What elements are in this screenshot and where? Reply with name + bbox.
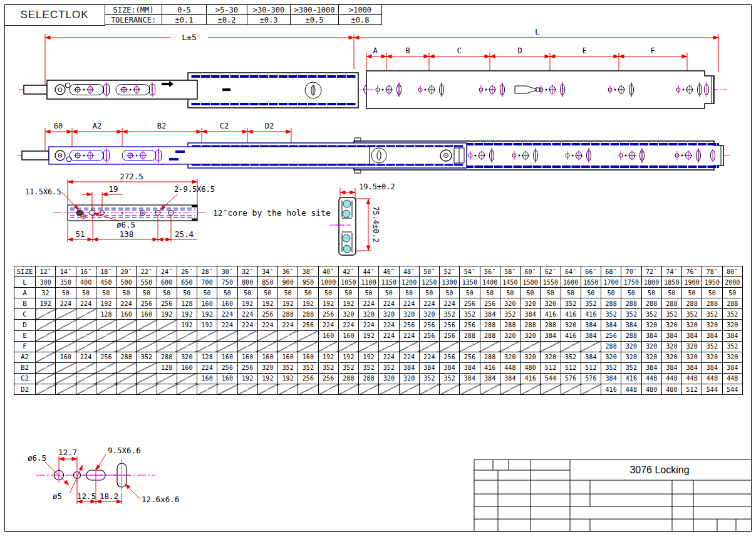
table-cell: 50: [460, 288, 480, 298]
table-cell: 224: [359, 298, 379, 309]
table-cell-empty: [338, 384, 358, 395]
table-cell: 224: [359, 320, 379, 330]
table-cell: 224: [257, 320, 277, 330]
table-cell-empty: [56, 309, 76, 320]
table-cell: 256: [318, 373, 338, 384]
table-cell: 224: [379, 320, 399, 330]
table-cell-empty: [56, 320, 76, 330]
table-cell-empty: [137, 341, 157, 352]
table-cell: 160: [197, 298, 217, 309]
table-cell: 288: [500, 320, 520, 330]
tolerance-value: ±0.2: [207, 15, 247, 25]
table-cell: 352: [298, 362, 318, 373]
table-cell: 192: [177, 320, 197, 330]
table-cell: 50: [137, 288, 157, 298]
table-column-header: 48″: [399, 266, 419, 277]
table-column-header: 78″: [702, 266, 722, 277]
table-row: F288320320320320352352: [14, 341, 743, 352]
table-cell-empty: [480, 341, 500, 352]
size-table: SIZE12″14″16″18″20″22″24″26″28″30″32″34″…: [14, 266, 743, 395]
cross-section-view: 19.5±0.2 75.4±0.2: [330, 182, 395, 255]
table-cell: 320: [399, 373, 419, 384]
table-cell-empty: [96, 362, 116, 373]
table-cell: 320: [702, 352, 722, 362]
table-cell: 160: [56, 352, 76, 362]
table-cell-empty: [76, 309, 96, 320]
table-cell: 50: [601, 288, 621, 298]
table-column-header: 30″: [217, 266, 237, 277]
table-cell: 160: [338, 330, 358, 341]
table-cell-empty: [237, 341, 257, 352]
table-cell-empty: [117, 320, 137, 330]
table-column-header: 24″: [157, 266, 177, 277]
table-cell: 288: [682, 298, 702, 309]
dim-label-overall: L±5: [182, 33, 196, 42]
brand-logo: SELECTLOK: [4, 4, 105, 26]
table-cell: 352: [641, 309, 661, 320]
table-cell: 320: [419, 309, 439, 320]
table-row: B212816022425625632035235235235235235238…: [14, 362, 743, 373]
table-cell-empty: [76, 373, 96, 384]
table-cell-empty: [581, 341, 601, 352]
table-cell: 1600: [561, 277, 581, 288]
table-cell: 700: [197, 277, 217, 288]
table-cell: 416: [480, 362, 500, 373]
table-cell-empty: [520, 384, 541, 395]
table-cell-empty: [117, 330, 137, 341]
table-cell: 50: [541, 288, 561, 298]
hole-site-detail-view: 272.5 19: [25, 172, 331, 242]
tolerance-range: 0-5: [162, 5, 207, 15]
seg-label-c: C: [457, 46, 461, 55]
dim-label-272-5: 272.5: [120, 172, 143, 181]
table-column-header: 18″: [96, 266, 116, 277]
table-cell: 50: [702, 288, 722, 298]
table-cell: 160: [278, 352, 298, 362]
table-cell: 224: [237, 309, 257, 320]
table-cell: 256: [96, 352, 116, 362]
table-cell-empty: [157, 330, 177, 341]
tolerance-range: >1000: [339, 5, 382, 15]
extended-slide-view: 60 A2 B2 C2 D2: [18, 122, 730, 173]
table-cell-empty: [36, 330, 56, 341]
table-cell-empty: [56, 384, 76, 395]
table-column-header: 70″: [621, 266, 641, 277]
table-cell-empty: [36, 373, 56, 384]
table-cell: 320: [621, 341, 641, 352]
table-cell-empty: [137, 330, 157, 341]
table-cell: 288: [480, 330, 500, 341]
table-cell-empty: [96, 320, 116, 330]
table-cell: 450: [96, 277, 116, 288]
table-cell: 512: [541, 362, 561, 373]
table-column-header: 40″: [318, 266, 338, 277]
table-cell: 352: [702, 309, 722, 320]
table-cell: 1100: [359, 277, 379, 288]
table-cell: 448: [722, 373, 743, 384]
table-cell: 192: [318, 298, 338, 309]
closed-slide-view: L±5 L A B C D E F: [0, 25, 727, 108]
table-cell: 192: [257, 298, 277, 309]
tolerance-size-label: SIZE:(MM): [105, 5, 162, 15]
table-cell: 384: [661, 362, 681, 373]
table-cell: 320: [359, 309, 379, 320]
dim-12-7: [59, 456, 77, 470]
table-cell: 480: [661, 384, 681, 395]
table-cell: 256: [460, 320, 480, 330]
table-cell: 750: [217, 277, 237, 288]
table-cell: 1400: [480, 277, 500, 288]
table-cell: 352: [561, 352, 581, 362]
table-cell: 192: [257, 373, 277, 384]
table-cell: 352: [621, 309, 641, 320]
tolerance-label: TOLERANCE:: [105, 15, 162, 25]
table-cell: 224: [117, 298, 137, 309]
table-cell: 384: [480, 373, 500, 384]
tolerance-value: ±0.8: [339, 15, 382, 25]
table-cell: 480: [520, 362, 541, 373]
table-cell: 320: [702, 320, 722, 330]
table-cell: 192: [157, 309, 177, 320]
table-cell-empty: [76, 320, 96, 330]
table-column-header: 50″: [419, 266, 439, 277]
table-cell: 352: [419, 373, 439, 384]
table-cell-empty: [278, 341, 298, 352]
table-row-label: C: [14, 309, 36, 320]
table-cell: 288: [359, 373, 379, 384]
